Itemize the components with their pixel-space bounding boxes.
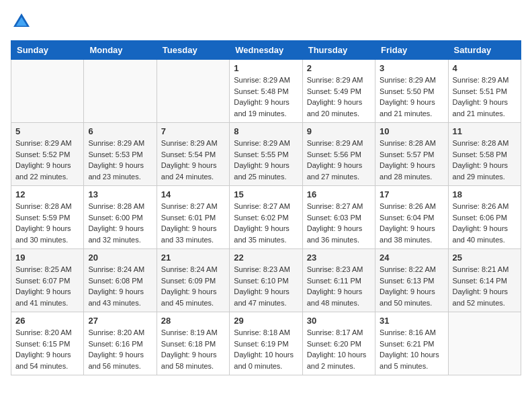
calendar-cell: 8Sunrise: 8:29 AM Sunset: 5:55 PM Daylig… <box>230 123 302 186</box>
calendar-cell: 6Sunrise: 8:29 AM Sunset: 5:53 PM Daylig… <box>84 123 157 186</box>
day-info: Sunrise: 8:28 AM Sunset: 5:58 PM Dayligh… <box>453 138 517 182</box>
day-number: 18 <box>453 189 517 199</box>
day-info: Sunrise: 8:26 AM Sunset: 6:06 PM Dayligh… <box>453 201 517 245</box>
calendar-cell: 27Sunrise: 8:20 AM Sunset: 6:16 PM Dayli… <box>84 312 157 375</box>
day-number: 1 <box>234 63 298 73</box>
day-info: Sunrise: 8:28 AM Sunset: 6:00 PM Dayligh… <box>88 201 152 245</box>
day-number: 5 <box>15 126 79 136</box>
calendar-cell: 4Sunrise: 8:29 AM Sunset: 5:51 PM Daylig… <box>448 60 521 123</box>
column-header-monday: Monday <box>84 41 157 60</box>
day-number: 23 <box>307 253 371 263</box>
day-number: 31 <box>380 316 443 326</box>
day-number: 10 <box>380 126 443 136</box>
day-number: 22 <box>234 253 298 263</box>
day-number: 20 <box>88 253 152 263</box>
day-info: Sunrise: 8:18 AM Sunset: 6:19 PM Dayligh… <box>234 327 298 371</box>
day-number: 24 <box>380 253 443 263</box>
day-number: 2 <box>307 63 371 73</box>
calendar-cell: 19Sunrise: 8:25 AM Sunset: 6:07 PM Dayli… <box>11 249 84 312</box>
day-number: 12 <box>15 189 79 199</box>
calendar-cell: 12Sunrise: 8:28 AM Sunset: 5:59 PM Dayli… <box>11 186 84 249</box>
day-info: Sunrise: 8:29 AM Sunset: 5:50 PM Dayligh… <box>380 75 443 119</box>
logo <box>11 11 35 32</box>
day-number: 21 <box>161 253 225 263</box>
calendar-cell: 28Sunrise: 8:19 AM Sunset: 6:18 PM Dayli… <box>157 312 229 375</box>
logo-icon <box>11 11 32 32</box>
calendar-cell: 7Sunrise: 8:29 AM Sunset: 5:54 PM Daylig… <box>157 123 229 186</box>
day-number: 4 <box>453 63 517 73</box>
calendar-cell: 22Sunrise: 8:23 AM Sunset: 6:10 PM Dayli… <box>230 249 302 312</box>
calendar-cell: 14Sunrise: 8:27 AM Sunset: 6:01 PM Dayli… <box>157 186 229 249</box>
header-row: SundayMondayTuesdayWednesdayThursdayFrid… <box>11 41 521 60</box>
day-info: Sunrise: 8:29 AM Sunset: 5:55 PM Dayligh… <box>234 138 298 182</box>
day-number: 15 <box>234 189 298 199</box>
calendar-cell: 23Sunrise: 8:23 AM Sunset: 6:11 PM Dayli… <box>302 249 375 312</box>
column-header-friday: Friday <box>375 41 448 60</box>
day-info: Sunrise: 8:29 AM Sunset: 5:56 PM Dayligh… <box>307 138 371 182</box>
calendar-week-2: 5Sunrise: 8:29 AM Sunset: 5:52 PM Daylig… <box>11 123 521 186</box>
calendar-week-4: 19Sunrise: 8:25 AM Sunset: 6:07 PM Dayli… <box>11 249 521 312</box>
day-info: Sunrise: 8:24 AM Sunset: 6:09 PM Dayligh… <box>161 264 225 308</box>
column-header-sunday: Sunday <box>11 41 84 60</box>
day-number: 9 <box>307 126 371 136</box>
day-number: 30 <box>307 316 371 326</box>
day-info: Sunrise: 8:29 AM Sunset: 5:49 PM Dayligh… <box>307 75 371 119</box>
day-info: Sunrise: 8:23 AM Sunset: 6:10 PM Dayligh… <box>234 264 298 308</box>
day-number: 8 <box>234 126 298 136</box>
column-header-saturday: Saturday <box>448 41 521 60</box>
calendar-cell: 5Sunrise: 8:29 AM Sunset: 5:52 PM Daylig… <box>11 123 84 186</box>
calendar-cell: 31Sunrise: 8:16 AM Sunset: 6:21 PM Dayli… <box>375 312 448 375</box>
day-number: 3 <box>380 63 443 73</box>
day-info: Sunrise: 8:27 AM Sunset: 6:02 PM Dayligh… <box>234 201 298 245</box>
day-info: Sunrise: 8:16 AM Sunset: 6:21 PM Dayligh… <box>380 327 443 371</box>
day-info: Sunrise: 8:29 AM Sunset: 5:54 PM Dayligh… <box>161 138 225 182</box>
day-info: Sunrise: 8:20 AM Sunset: 6:16 PM Dayligh… <box>88 327 152 371</box>
calendar-cell: 26Sunrise: 8:20 AM Sunset: 6:15 PM Dayli… <box>11 312 84 375</box>
day-info: Sunrise: 8:29 AM Sunset: 5:52 PM Dayligh… <box>15 138 79 182</box>
day-info: Sunrise: 8:27 AM Sunset: 6:01 PM Dayligh… <box>161 201 225 245</box>
column-header-tuesday: Tuesday <box>157 41 229 60</box>
column-header-wednesday: Wednesday <box>230 41 302 60</box>
day-number: 25 <box>453 253 517 263</box>
day-number: 11 <box>453 126 517 136</box>
calendar-cell: 29Sunrise: 8:18 AM Sunset: 6:19 PM Dayli… <box>230 312 302 375</box>
day-number: 14 <box>161 189 225 199</box>
column-header-thursday: Thursday <box>302 41 375 60</box>
day-info: Sunrise: 8:24 AM Sunset: 6:08 PM Dayligh… <box>88 264 152 308</box>
calendar-week-1: 1Sunrise: 8:29 AM Sunset: 5:48 PM Daylig… <box>11 60 521 123</box>
calendar-cell <box>84 60 157 123</box>
day-info: Sunrise: 8:17 AM Sunset: 6:20 PM Dayligh… <box>307 327 371 371</box>
day-number: 13 <box>88 189 152 199</box>
calendar-week-3: 12Sunrise: 8:28 AM Sunset: 5:59 PM Dayli… <box>11 186 521 249</box>
calendar-cell <box>11 60 84 123</box>
day-number: 17 <box>380 189 443 199</box>
day-info: Sunrise: 8:27 AM Sunset: 6:03 PM Dayligh… <box>307 201 371 245</box>
day-number: 26 <box>15 316 79 326</box>
calendar-table: SundayMondayTuesdayWednesdayThursdayFrid… <box>11 40 521 375</box>
calendar-cell: 1Sunrise: 8:29 AM Sunset: 5:48 PM Daylig… <box>230 60 302 123</box>
calendar-cell: 16Sunrise: 8:27 AM Sunset: 6:03 PM Dayli… <box>302 186 375 249</box>
calendar-cell: 18Sunrise: 8:26 AM Sunset: 6:06 PM Dayli… <box>448 186 521 249</box>
day-info: Sunrise: 8:26 AM Sunset: 6:04 PM Dayligh… <box>380 201 443 245</box>
day-info: Sunrise: 8:22 AM Sunset: 6:13 PM Dayligh… <box>380 264 443 308</box>
calendar-cell: 2Sunrise: 8:29 AM Sunset: 5:49 PM Daylig… <box>302 60 375 123</box>
calendar-cell <box>448 312 521 375</box>
page-header <box>11 11 521 32</box>
day-info: Sunrise: 8:19 AM Sunset: 6:18 PM Dayligh… <box>161 327 225 371</box>
calendar-cell <box>157 60 229 123</box>
day-info: Sunrise: 8:29 AM Sunset: 5:53 PM Dayligh… <box>88 138 152 182</box>
day-info: Sunrise: 8:29 AM Sunset: 5:48 PM Dayligh… <box>234 75 298 119</box>
day-info: Sunrise: 8:29 AM Sunset: 5:51 PM Dayligh… <box>453 75 517 119</box>
day-info: Sunrise: 8:25 AM Sunset: 6:07 PM Dayligh… <box>15 264 79 308</box>
day-number: 29 <box>234 316 298 326</box>
day-number: 6 <box>88 126 152 136</box>
day-number: 16 <box>307 189 371 199</box>
day-number: 28 <box>161 316 225 326</box>
day-number: 19 <box>15 253 79 263</box>
calendar-cell: 30Sunrise: 8:17 AM Sunset: 6:20 PM Dayli… <box>302 312 375 375</box>
calendar-cell: 15Sunrise: 8:27 AM Sunset: 6:02 PM Dayli… <box>230 186 302 249</box>
calendar-cell: 21Sunrise: 8:24 AM Sunset: 6:09 PM Dayli… <box>157 249 229 312</box>
calendar-cell: 9Sunrise: 8:29 AM Sunset: 5:56 PM Daylig… <box>302 123 375 186</box>
calendar-cell: 25Sunrise: 8:21 AM Sunset: 6:14 PM Dayli… <box>448 249 521 312</box>
calendar-cell: 10Sunrise: 8:28 AM Sunset: 5:57 PM Dayli… <box>375 123 448 186</box>
